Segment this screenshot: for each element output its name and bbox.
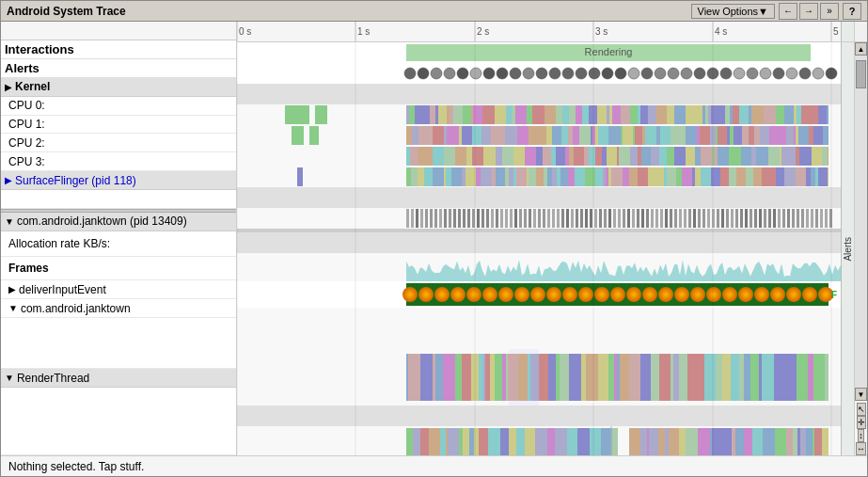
- renderthread-arrow-icon: ▼: [5, 373, 14, 383]
- cpu3-label: CPU 3:: [1, 152, 236, 171]
- nav-forward-button[interactable]: →: [799, 3, 818, 20]
- left-panel: Interactions Alerts ▶ Kernel CPU 0: CPU …: [1, 22, 237, 455]
- renderthread-label[interactable]: ▼ RenderThread: [1, 369, 236, 388]
- scroll-up-button[interactable]: ▲: [855, 42, 867, 56]
- nav-back-button[interactable]: ←: [779, 3, 797, 20]
- pan-tool-button[interactable]: ✛: [857, 416, 866, 429]
- alerts-sidebar: Alerts: [841, 42, 854, 455]
- vertical-scrollbar: ▲ ▼ ↖ ✛ ↕ ↔: [854, 42, 867, 455]
- title-bar: Android System Trace View Options▼ ← → »…: [1, 1, 867, 22]
- janktown-arrow-icon: ▼: [5, 216, 14, 227]
- trace-canvas-area[interactable]: [237, 42, 841, 455]
- kernel-arrow-icon: ▶: [5, 82, 12, 92]
- trace-canvas[interactable]: [237, 42, 841, 455]
- view-options-button[interactable]: View Options▼: [691, 4, 776, 19]
- alerts-sidebar-label-container: Alerts: [842, 42, 854, 455]
- help-button[interactable]: ?: [843, 3, 861, 20]
- deliver-arrow-icon: ▶: [8, 284, 16, 294]
- com-android-content-label: [1, 318, 236, 369]
- surfaceflinger-label[interactable]: ▶ SurfaceFlinger (pid 118): [1, 171, 236, 190]
- status-text: Nothing selected. Tap stuff.: [8, 460, 144, 473]
- deliver-label[interactable]: ▶ deliverInputEvent: [1, 280, 236, 299]
- timeline-header: [237, 22, 867, 42]
- app-title: Android System Trace: [7, 5, 126, 18]
- frames-label: Frames: [1, 257, 236, 280]
- scroll-track[interactable]: [855, 56, 867, 388]
- app-window: Android System Trace View Options▼ ← → »…: [0, 0, 868, 477]
- scroll-down-button[interactable]: ▼: [855, 388, 867, 401]
- fit-tool-button[interactable]: ↔: [856, 442, 866, 455]
- cpu0-label: CPU 0:: [1, 97, 236, 116]
- scrollbar-header: [854, 22, 867, 41]
- sf-arrow-icon: ▶: [5, 175, 12, 185]
- kernel-label[interactable]: ▶ Kernel: [1, 78, 236, 97]
- com-android-label[interactable]: ▼ com.android.janktown: [1, 299, 236, 318]
- zoom-tool-button[interactable]: ↕: [858, 429, 864, 442]
- cpu1-label: CPU 1:: [1, 116, 236, 135]
- timeline-canvas: [237, 22, 841, 42]
- status-bar: Nothing selected. Tap stuff.: [1, 455, 867, 476]
- timeline-ticks: [237, 22, 841, 41]
- timeline-header-spacer: [1, 22, 236, 40]
- alerts-label: Alerts: [1, 59, 236, 78]
- interactions-label: Interactions: [1, 40, 236, 59]
- alerts-sidebar-label: Alerts: [843, 237, 853, 262]
- pointer-tool-button[interactable]: ↖: [857, 403, 866, 416]
- trace-content: Alerts ▲ ▼ ↖ ✛ ↕ ↔: [237, 42, 867, 455]
- cpu2-label: CPU 2:: [1, 134, 236, 152]
- com-android-arrow-icon: ▼: [8, 303, 18, 313]
- janktown-label[interactable]: ▼ com.android.janktown (pid 13409): [1, 213, 236, 231]
- alerts-sidebar-header: [841, 22, 854, 41]
- renderthread-content-label: [1, 388, 236, 455]
- scroll-thumb[interactable]: [856, 60, 866, 88]
- allocation-label: Allocation rate KB/s:: [1, 231, 236, 257]
- nav-buttons: ← → »: [779, 3, 839, 20]
- sf-content-label: [1, 190, 236, 209]
- title-bar-controls: View Options▼ ← → » ?: [691, 3, 862, 20]
- nav-more-button[interactable]: »: [820, 3, 839, 20]
